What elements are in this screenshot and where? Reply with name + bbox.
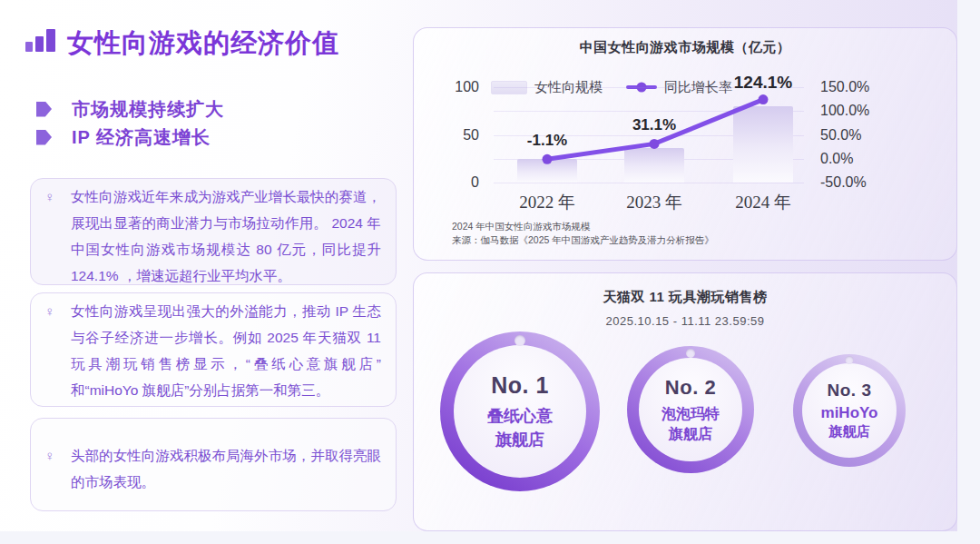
medal-face: No. 3 miHoYo 旗舰店	[802, 363, 897, 458]
note-card-overseas: ♀ 头部的女性向游戏积极布局海外市场，并取得亮眼的市场表现。	[30, 418, 397, 511]
market-size-bar	[624, 148, 684, 183]
medal-pin-icon	[846, 356, 854, 364]
slide-canvas: 女性向游戏的经济价值 市场规模持续扩大 IP 经济高速增长 ♀ 女性向游戏近年来…	[0, 0, 957, 531]
left-axis-tick: 0	[432, 174, 479, 191]
growth-rate-label: 31.1%	[632, 116, 676, 134]
note-text: 头部的女性向游戏积极布局海外市场，并取得亮眼的市场表现。	[71, 442, 381, 495]
store-name-line2: 旗舰店	[662, 424, 720, 444]
medal-pin-icon	[514, 335, 525, 346]
note-card-ip: ♀ 女性向游戏呈现出强大的外溢能力，推动 IP 生态与谷子经济进一步增长。例如 …	[30, 292, 397, 407]
footnote-line-2: 来源：伽马数据《2025 年中国游戏产业趋势及潜力分析报告》	[452, 233, 887, 247]
medal-pin-icon	[686, 349, 695, 358]
female-symbol-icon: ♀	[44, 189, 54, 204]
rank-label: No. 2	[665, 376, 716, 400]
note-text: 女性向游戏呈现出强大的外溢能力，推动 IP 生态与谷子经济进一步增长。例如 20…	[71, 298, 381, 403]
store-name-line2: 旗舰店	[487, 428, 553, 451]
note-card-market: ♀ 女性向游戏近年来成为游戏产业增长最快的赛道，展现出显著的商业潜力与市场拉动作…	[30, 178, 397, 285]
store-name-line1: 泡泡玛特	[662, 404, 720, 424]
bar-chart-icon	[25, 28, 56, 52]
arrow-icon	[36, 130, 52, 145]
left-axis-tick: 100	[432, 79, 479, 95]
page-title: 女性向游戏的经济价值	[67, 25, 448, 62]
note-text: 女性向游戏近年来成为游戏产业增长最快的赛道，展现出显著的商业潜力与市场拉动作用。…	[71, 183, 381, 289]
market-size-chart-card: 中国女性向游戏市场规模（亿元） 女性向规模 同比增长率 100500150.0%…	[413, 27, 957, 261]
store-name-line1: miHoYo	[821, 404, 878, 422]
medal-face: No. 1 叠纸心意 旗舰店	[454, 345, 586, 478]
chart-title: 中国女性向游戏市场规模（亿元）	[414, 39, 956, 56]
medal-rank-1: No. 1 叠纸心意 旗舰店	[440, 331, 600, 491]
x-axis-label: 2024 年	[709, 191, 818, 214]
chart-gridline	[494, 183, 804, 183]
arrow-icon	[36, 102, 52, 117]
medal-rank-3: No. 3 miHoYo 旗舰店	[793, 354, 906, 467]
growth-rate-label: 124.1%	[734, 73, 792, 93]
rank-label: No. 3	[828, 381, 872, 401]
chart-footnote: 2024 年中国女性向游戏市场规模 来源：伽马数据《2025 年中国游戏产业趋势…	[452, 220, 887, 247]
store-name: 泡泡玛特 旗舰店	[662, 404, 720, 444]
x-axis-label: 2023 年	[600, 191, 709, 214]
medal-face: No. 2 泡泡玛特 旗舰店	[639, 358, 742, 461]
bullet-label: 市场规模持续扩大	[72, 97, 224, 122]
right-axis-tick: 0.0%	[820, 151, 884, 167]
ranking-title: 天猫双 11 玩具潮玩销售榜	[414, 289, 956, 306]
bullet-market-scale: 市场规模持续扩大	[36, 98, 224, 120]
right-axis-tick: 100.0%	[820, 103, 884, 119]
medal-rank-2: No. 2 泡泡玛特 旗舰店	[627, 346, 754, 473]
store-name: 叠纸心意 旗舰店	[487, 404, 553, 451]
female-symbol-icon: ♀	[44, 448, 54, 463]
bullet-ip-economy: IP 经济高速增长	[36, 126, 211, 148]
market-size-bar	[517, 159, 577, 183]
tmall-ranking-card: 天猫双 11 玩具潮玩销售榜 2025.10.15 - 11.11 23.59:…	[413, 272, 957, 531]
store-name-line1: 叠纸心意	[487, 404, 553, 428]
ranking-subtitle: 2025.10.15 - 11.11 23.59:59	[414, 314, 956, 328]
bullet-label: IP 经济高速增长	[72, 125, 211, 150]
growth-rate-label: -1.1%	[527, 132, 567, 150]
right-axis-tick: -50.0%	[820, 174, 884, 191]
right-axis-tick: 150.0%	[820, 79, 884, 95]
store-name: miHoYo 旗舰店	[821, 404, 878, 440]
rank-label: No. 1	[491, 372, 549, 399]
x-axis-label: 2022 年	[493, 191, 602, 214]
right-axis-tick: 50.0%	[820, 127, 884, 143]
market-size-bar	[733, 106, 793, 183]
store-name-line2: 旗舰店	[821, 422, 878, 440]
left-axis-tick: 50	[432, 127, 479, 143]
female-symbol-icon: ♀	[44, 303, 54, 319]
footnote-line-1: 2024 年中国女性向游戏市场规模	[452, 220, 887, 233]
